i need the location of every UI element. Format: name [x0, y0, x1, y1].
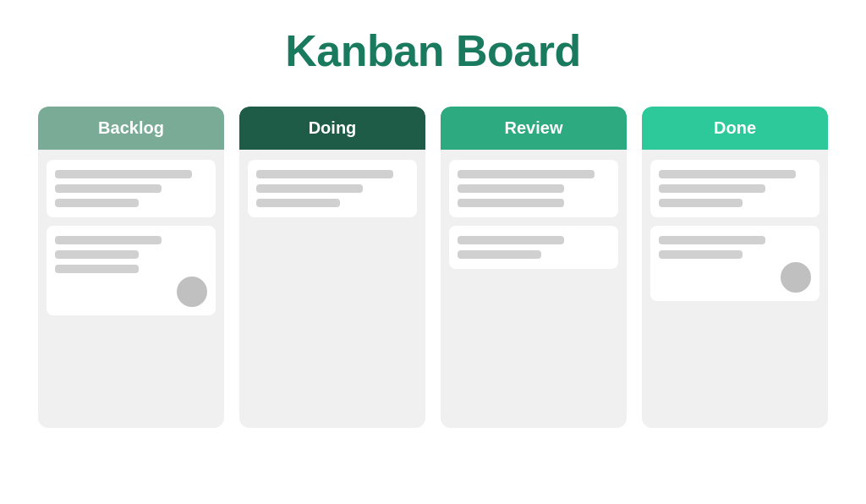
card-line — [256, 199, 340, 207]
card-done-1[interactable] — [650, 226, 819, 301]
card-doing-0[interactable] — [248, 160, 417, 217]
column-header-done: Done — [642, 107, 828, 150]
card-avatar — [177, 277, 207, 307]
card-line — [55, 184, 162, 193]
column-header-backlog: Backlog — [38, 107, 224, 150]
column-body-doing — [239, 150, 425, 428]
column-review: Review — [441, 107, 627, 428]
card-line — [55, 236, 162, 244]
card-line — [659, 199, 743, 207]
card-done-0[interactable] — [650, 160, 819, 217]
column-done: Done — [642, 107, 828, 428]
card-line — [55, 199, 139, 207]
column-header-review: Review — [441, 107, 627, 150]
card-line — [55, 170, 192, 178]
card-backlog-1[interactable] — [47, 226, 216, 315]
column-doing: Doing — [239, 107, 425, 428]
card-line — [458, 184, 564, 193]
card-line — [55, 250, 139, 259]
column-backlog: Backlog — [38, 107, 224, 428]
card-review-0[interactable] — [449, 160, 618, 217]
card-avatar — [781, 262, 811, 293]
kanban-board: BacklogDoingReviewDone — [34, 107, 832, 428]
column-body-done — [642, 150, 828, 428]
card-line — [256, 170, 393, 178]
card-line — [55, 265, 139, 273]
card-line — [659, 236, 765, 244]
page-title: Kanban Board — [285, 25, 580, 76]
card-backlog-0[interactable] — [47, 160, 216, 217]
column-body-review — [441, 150, 627, 428]
card-line — [458, 250, 541, 259]
card-review-1[interactable] — [449, 226, 618, 269]
column-header-doing: Doing — [239, 107, 425, 150]
card-line — [256, 184, 363, 193]
card-line — [458, 199, 564, 207]
card-line — [659, 250, 743, 259]
column-body-backlog — [38, 150, 224, 428]
card-line — [458, 236, 564, 244]
card-line — [659, 184, 765, 193]
card-line — [458, 170, 595, 178]
card-line — [659, 170, 796, 178]
